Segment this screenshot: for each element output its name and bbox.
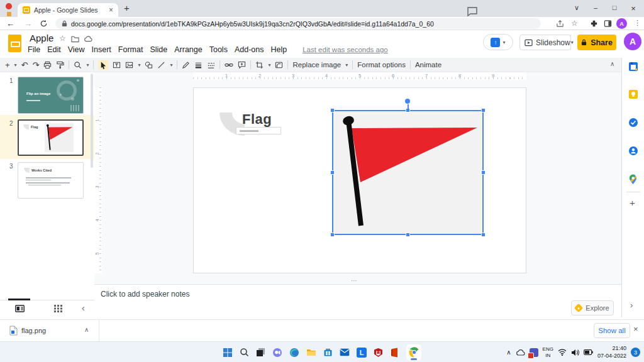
replace-image-button[interactable]: Replace image — [292, 61, 341, 69]
grid-view-button[interactable] — [54, 305, 62, 312]
toolbar-collapse-icon[interactable]: ∧ — [610, 60, 614, 67]
present-button[interactable]: ↑ ▾ — [483, 34, 513, 50]
menu-format[interactable]: Format — [118, 45, 143, 54]
new-slide-button[interactable]: + — [5, 61, 10, 69]
show-all-button[interactable]: Show all — [594, 323, 630, 338]
slideshow-caret-segment[interactable]: ▾ — [570, 35, 574, 50]
animate-button[interactable]: Animate — [415, 61, 441, 69]
onedrive-icon[interactable] — [516, 349, 525, 356]
menu-view[interactable]: View — [68, 45, 85, 54]
notification-badge[interactable]: 3 — [631, 348, 640, 357]
mcafee-icon[interactable] — [374, 348, 383, 358]
window-minimize-button[interactable]: – — [587, 4, 604, 11]
flag-image[interactable] — [333, 111, 483, 234]
share-button[interactable]: Share — [577, 35, 616, 50]
menu-arrange[interactable]: Arrange — [174, 45, 202, 54]
menu-insert[interactable]: Insert — [92, 45, 111, 54]
slide-canvas[interactable]: Flag — [193, 87, 526, 273]
resize-handle-ne[interactable] — [481, 108, 486, 112]
caption-text-box[interactable] — [236, 127, 281, 134]
insert-image-caret-icon[interactable]: ▾ — [138, 62, 140, 68]
resize-handle-w[interactable] — [330, 170, 335, 175]
slide-3-thumbnail[interactable]: Works Cited — [18, 162, 84, 199]
back-button[interactable]: ← — [6, 19, 14, 28]
insert-image-button[interactable] — [125, 61, 133, 69]
resize-handle-sw[interactable] — [330, 233, 335, 237]
resize-handle-s[interactable] — [406, 233, 410, 237]
filmstrip-collapse-icon[interactable]: ‹ — [82, 303, 85, 313]
url-box[interactable]: docs.google.com/presentation/d/1ebTKA9kP… — [55, 18, 541, 29]
move-folder-icon[interactable] — [71, 35, 79, 43]
tasks-icon[interactable] — [628, 118, 638, 128]
clock-indicator[interactable]: 21:40 07-04-2022 — [597, 345, 626, 359]
maps-icon[interactable] — [628, 174, 638, 185]
edge-browser-icon[interactable] — [289, 348, 299, 358]
window-close-button[interactable]: × — [625, 4, 642, 13]
mask-image-button[interactable] — [275, 61, 283, 69]
last-edit-link[interactable]: Last edit was seconds ago — [303, 46, 388, 53]
forward-button[interactable]: → — [24, 19, 32, 28]
crop-caret-icon[interactable]: ▾ — [268, 62, 270, 68]
teams-chat-icon[interactable] — [272, 348, 282, 358]
language-indicator[interactable]: ENG IN — [543, 346, 553, 358]
undo-button[interactable]: ↶ — [21, 61, 28, 69]
rotate-handle[interactable] — [405, 99, 410, 104]
replace-image-caret-icon[interactable]: ▾ — [345, 62, 348, 68]
download-expand-icon[interactable]: ∧ — [84, 326, 89, 333]
get-addons-button[interactable]: + — [630, 197, 635, 208]
filmstrip-scrollbar[interactable] — [91, 74, 93, 168]
tab-close-icon[interactable]: × — [109, 6, 113, 14]
new-slide-caret-icon[interactable]: ▾ — [14, 62, 17, 68]
resize-handle-se[interactable] — [481, 233, 486, 237]
keep-icon[interactable] — [628, 89, 638, 99]
side-panel-icon[interactable] — [604, 19, 612, 28]
browser-chevron-icon[interactable]: ∨ — [568, 4, 586, 12]
download-filename[interactable]: flag.png — [21, 327, 46, 334]
tray-chevron-icon[interactable]: ∧ — [506, 349, 511, 356]
chrome-icon-active[interactable] — [406, 344, 421, 361]
doc-title[interactable]: Apple — [30, 33, 53, 43]
user-avatar[interactable]: A — [624, 33, 641, 50]
wifi-icon[interactable] — [558, 349, 567, 356]
insert-line-caret-icon[interactable]: ▾ — [170, 62, 172, 68]
menu-help[interactable]: Help — [270, 45, 287, 54]
text-box-button[interactable] — [113, 61, 121, 69]
cloud-status-icon[interactable] — [84, 35, 92, 42]
insert-shape-button[interactable] — [145, 61, 153, 69]
menu-file[interactable]: File — [28, 45, 40, 54]
menu-slide[interactable]: Slide — [150, 45, 167, 54]
browser-menu-icon[interactable]: ⋮ — [634, 19, 641, 27]
paint-format-button[interactable] — [56, 61, 64, 69]
border-color-button[interactable] — [182, 61, 190, 69]
menu-addons[interactable]: Add-ons — [235, 45, 264, 54]
calendar-icon[interactable] — [628, 62, 638, 72]
redo-button[interactable]: ↷ — [33, 61, 40, 69]
filmstrip-view-button[interactable] — [15, 305, 25, 312]
select-tool-button[interactable] — [98, 60, 108, 70]
print-button[interactable] — [43, 61, 52, 69]
star-doc-icon[interactable]: ☆ — [59, 34, 66, 43]
window-maximize-button[interactable]: □ — [606, 4, 623, 11]
resize-handle-nw[interactable] — [330, 108, 335, 112]
add-comment-button[interactable] — [238, 61, 246, 69]
teams-tray-icon[interactable] — [530, 348, 538, 357]
notes-divider-handle[interactable]: ⋯ — [351, 277, 358, 284]
zoom-button[interactable] — [74, 61, 82, 69]
microsoft-store-icon[interactable] — [323, 348, 333, 357]
resize-handle-e[interactable] — [481, 170, 486, 175]
browser-tab[interactable]: Apple - Google Slides × — [18, 3, 118, 17]
extensions-icon[interactable] — [590, 19, 598, 28]
start-button[interactable] — [223, 348, 233, 358]
border-weight-button[interactable] — [194, 61, 203, 69]
bookmark-star-icon[interactable]: ☆ — [571, 19, 578, 28]
task-view-icon[interactable] — [256, 348, 265, 357]
insert-link-button[interactable] — [225, 61, 233, 69]
reload-button[interactable] — [40, 19, 48, 28]
contacts-icon[interactable] — [628, 146, 638, 156]
format-options-button[interactable]: Format options — [357, 61, 406, 69]
battery-icon[interactable] — [584, 349, 593, 355]
share-page-icon[interactable] — [556, 19, 564, 28]
notes-placeholder[interactable]: Click to add speaker notes — [101, 290, 189, 299]
crop-button[interactable] — [255, 61, 264, 69]
mail-icon[interactable] — [340, 348, 350, 356]
